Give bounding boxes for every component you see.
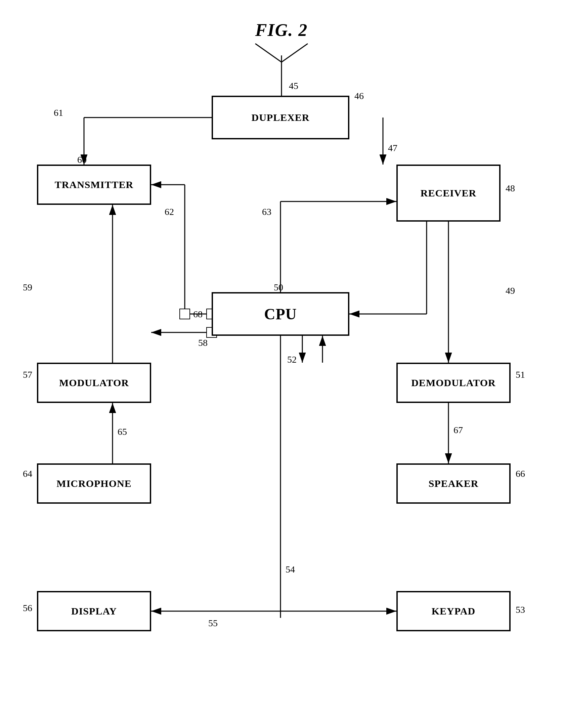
figure-title: FIG. 2 — [255, 20, 308, 40]
demodulator-block: DEMODULATOR — [396, 363, 511, 403]
label-45: 45 — [289, 81, 298, 91]
receiver-block: RECEIVER — [396, 165, 501, 222]
label-48: 48 — [506, 183, 515, 194]
label-64: 64 — [23, 468, 32, 479]
label-52: 52 — [287, 354, 297, 365]
label-61: 61 — [54, 107, 63, 118]
label-47: 47 — [388, 143, 397, 153]
modulator-block: MODULATOR — [37, 363, 151, 403]
label-51: 51 — [516, 369, 525, 380]
microphone-block: MICROPHONE — [37, 463, 151, 504]
label-55: 55 — [208, 618, 218, 629]
label-58: 58 — [198, 337, 208, 348]
label-54: 54 — [286, 564, 295, 575]
label-53: 53 — [516, 604, 525, 615]
keypad-block: KEYPAD — [396, 591, 511, 631]
display-block: DISPLAY — [37, 591, 151, 631]
label-57: 57 — [23, 369, 32, 380]
label-60: 60 — [77, 154, 87, 165]
svg-line-4 — [282, 44, 308, 62]
label-49: 49 — [506, 285, 515, 296]
label-68: 68 — [193, 309, 203, 320]
label-59: 59 — [23, 282, 32, 293]
speaker-block: SPEAKER — [396, 463, 511, 504]
label-63: 63 — [262, 207, 271, 217]
transmitter-block: TRANSMITTER — [37, 165, 151, 205]
label-67: 67 — [453, 425, 463, 436]
svg-line-3 — [255, 44, 282, 62]
label-62: 62 — [165, 207, 174, 217]
label-56: 56 — [23, 603, 32, 613]
label-66: 66 — [516, 468, 525, 479]
label-65: 65 — [118, 426, 127, 437]
cpu-block: CPU — [212, 292, 349, 336]
label-46: 46 — [354, 91, 364, 101]
label-50: 50 — [274, 282, 283, 293]
duplexer-block: DUPLEXER — [212, 96, 349, 139]
diagram-container: FIG. 2 — [0, 0, 563, 728]
svg-rect-11 — [180, 309, 190, 319]
